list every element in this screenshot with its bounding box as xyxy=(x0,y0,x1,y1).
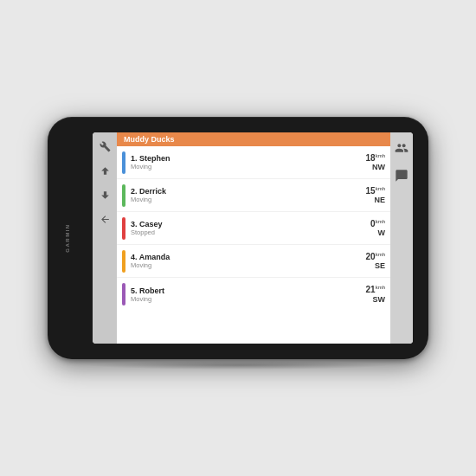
contact-color-bar-3 xyxy=(122,217,125,240)
garmin-device: Muddy Ducks 1. Stephen Moving 18kmh xyxy=(48,117,428,359)
contact-dir-1: NW xyxy=(366,163,385,171)
contact-color-bar-2 xyxy=(122,184,125,207)
device-shadow xyxy=(86,361,390,370)
contact-dir-2: NE xyxy=(366,196,385,204)
contact-speed-dir-4: 20kmh SE xyxy=(366,252,385,271)
screen-right-panel xyxy=(390,132,413,344)
contact-speed-5: 21kmh xyxy=(366,285,385,295)
contact-info-5: 5. Robert Moving xyxy=(131,286,366,303)
group-name: Muddy Ducks xyxy=(124,135,175,144)
contact-status-2: Moving xyxy=(131,196,366,203)
contact-name-3: 3. Casey xyxy=(131,220,370,228)
contact-name-4: 4. Amanda xyxy=(131,253,366,261)
contact-dir-4: SE xyxy=(366,261,385,270)
contact-speed-dir-1: 18kmh NW xyxy=(366,153,385,172)
left-buttons xyxy=(60,228,79,248)
contact-item-4[interactable]: 4. Amanda Moving 20kmh SE xyxy=(117,245,390,278)
up-arrow-icon[interactable] xyxy=(96,162,113,179)
contact-item-5[interactable]: 5. Robert Moving 21kmh SW xyxy=(117,278,390,311)
contact-dir-5: SW xyxy=(366,295,385,304)
group-icon[interactable] xyxy=(393,139,410,157)
contact-speed-3: 0kmh xyxy=(370,219,385,229)
down-arrow-icon[interactable] xyxy=(96,186,113,203)
contact-status-5: Moving xyxy=(131,295,366,303)
contact-color-bar-1 xyxy=(122,151,125,174)
contact-info-1: 1. Stephen Moving xyxy=(131,154,366,170)
contact-info-4: 4. Amanda Moving xyxy=(131,253,366,269)
contact-dir-3: W xyxy=(370,228,385,237)
contact-speed-4: 20kmh xyxy=(366,252,385,262)
contact-name-2: 2. Derrick xyxy=(131,187,366,196)
contact-info-2: 2. Derrick Moving xyxy=(131,187,366,203)
contact-color-bar-5 xyxy=(122,283,125,306)
contact-status-4: Moving xyxy=(131,261,366,269)
contact-info-3: 3. Casey Stopped xyxy=(131,220,370,236)
contact-item-3[interactable]: 3. Casey Stopped 0kmh W xyxy=(117,212,390,245)
contact-speed-dir-3: 0kmh W xyxy=(370,219,385,238)
back-arrow-icon[interactable] xyxy=(96,210,113,228)
contact-item-1[interactable]: 1. Stephen Moving 18kmh NW xyxy=(117,146,390,179)
screen-sidebar xyxy=(93,132,117,344)
contact-status-1: Moving xyxy=(131,163,366,170)
contact-speed-dir-5: 21kmh SW xyxy=(366,285,385,304)
contact-speed-dir-2: 15kmh NE xyxy=(366,186,385,205)
power-button[interactable] xyxy=(60,228,79,248)
message-icon[interactable] xyxy=(393,167,410,184)
contact-status-3: Stopped xyxy=(131,228,370,236)
group-header: Muddy Ducks xyxy=(117,132,390,146)
contact-name-1: 1. Stephen xyxy=(131,154,366,163)
contact-color-bar-4 xyxy=(122,250,125,273)
contact-speed-1: 18kmh xyxy=(366,153,385,164)
screen-main-content: Muddy Ducks 1. Stephen Moving 18kmh xyxy=(117,132,390,344)
contact-item-2[interactable]: 2. Derrick Moving 15kmh NE xyxy=(117,179,390,212)
contact-name-5: 5. Robert xyxy=(131,286,366,295)
contact-speed-2: 15kmh xyxy=(366,186,385,196)
settings-icon[interactable] xyxy=(96,138,113,155)
device-screen: Muddy Ducks 1. Stephen Moving 18kmh xyxy=(93,132,413,344)
contact-list: 1. Stephen Moving 18kmh NW xyxy=(117,146,390,344)
